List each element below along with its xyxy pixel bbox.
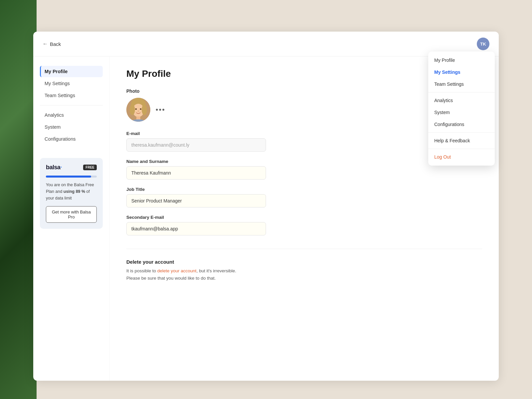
job-title-label: Job Title: [126, 187, 482, 192]
progress-bar-background: [46, 176, 97, 178]
back-label: Back: [50, 41, 61, 47]
back-arrow-icon: ←: [43, 41, 48, 47]
svg-point-4: [142, 104, 147, 115]
progress-bar-fill: [46, 176, 91, 178]
secondary-email-group: Secondary E-mail: [126, 215, 482, 235]
profile-avatar: [126, 98, 150, 122]
dropdown-divider-2: [428, 132, 495, 133]
secondary-email-input[interactable]: [126, 222, 266, 235]
delete-section: Delete your account It is possible to de…: [126, 249, 482, 282]
dropdown-item-help-feedback[interactable]: Help & Feedback: [428, 135, 495, 147]
profile-avatar-image: [126, 98, 150, 122]
user-avatar-button[interactable]: TK: [477, 38, 489, 50]
back-button[interactable]: ← Back: [43, 41, 61, 47]
dropdown-item-configurations[interactable]: Configurations: [428, 118, 495, 130]
svg-point-6: [140, 108, 142, 110]
sidebar-item-my-profile[interactable]: My Profile: [40, 66, 103, 77]
get-pro-button[interactable]: Get more with Balsa Pro: [46, 206, 97, 223]
sidebar-item-analytics[interactable]: Analytics: [40, 109, 103, 121]
email-input[interactable]: [126, 138, 266, 152]
balsa-logo: balsa·: [46, 164, 62, 171]
background-plant: [0, 0, 37, 399]
name-input[interactable]: [126, 166, 266, 180]
sidebar-item-system[interactable]: System: [40, 121, 103, 133]
svg-point-7: [138, 111, 139, 112]
delete-title: Delete your account: [126, 259, 482, 265]
dropdown-divider-1: [428, 92, 495, 92]
delete-text: It is possible to delete your account, b…: [126, 267, 482, 282]
photo-menu-button[interactable]: •••: [156, 105, 165, 114]
dropdown-menu: My Profile My Settings Team Settings Ana…: [428, 52, 495, 166]
sidebar-item-team-settings[interactable]: Team Settings: [40, 90, 103, 101]
svg-point-3: [130, 104, 135, 115]
svg-point-5: [135, 108, 137, 110]
sidebar-nav: My Profile My Settings Team Settings Ana…: [40, 66, 103, 145]
secondary-email-label: Secondary E-mail: [126, 215, 482, 220]
dropdown-divider-3: [428, 149, 495, 149]
sidebar: My Profile My Settings Team Settings Ana…: [33, 57, 110, 381]
dropdown-item-analytics[interactable]: Analytics: [428, 94, 495, 106]
sidebar-item-configurations[interactable]: Configurations: [40, 133, 103, 145]
promo-text: You are on the Balsa Free Plan and using…: [46, 182, 97, 201]
sidebar-item-my-settings[interactable]: My Settings: [40, 78, 103, 89]
dropdown-item-logout[interactable]: Log Out: [428, 151, 495, 163]
dropdown-item-team-settings[interactable]: Team Settings: [428, 78, 495, 90]
balsa-logo-dot: ·: [61, 164, 62, 171]
promo-header: balsa· FREE: [46, 164, 97, 171]
dropdown-item-my-profile[interactable]: My Profile: [428, 54, 495, 66]
promo-card: balsa· FREE You are on the Balsa Free Pl…: [40, 158, 103, 229]
delete-account-link[interactable]: delete your account: [157, 268, 197, 273]
dropdown-item-my-settings[interactable]: My Settings: [428, 66, 495, 78]
job-title-group: Job Title: [126, 187, 482, 207]
sidebar-divider-1: [40, 105, 103, 105]
free-badge: FREE: [83, 165, 97, 170]
job-title-input[interactable]: [126, 194, 266, 207]
dropdown-item-system[interactable]: System: [428, 106, 495, 118]
